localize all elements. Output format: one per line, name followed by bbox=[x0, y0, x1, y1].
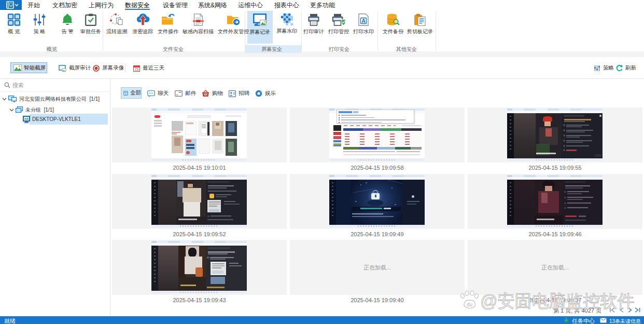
svg-text:A: A bbox=[361, 18, 366, 24]
svg-text:23: 23 bbox=[135, 68, 139, 71]
svg-text:du: du bbox=[467, 302, 472, 307]
